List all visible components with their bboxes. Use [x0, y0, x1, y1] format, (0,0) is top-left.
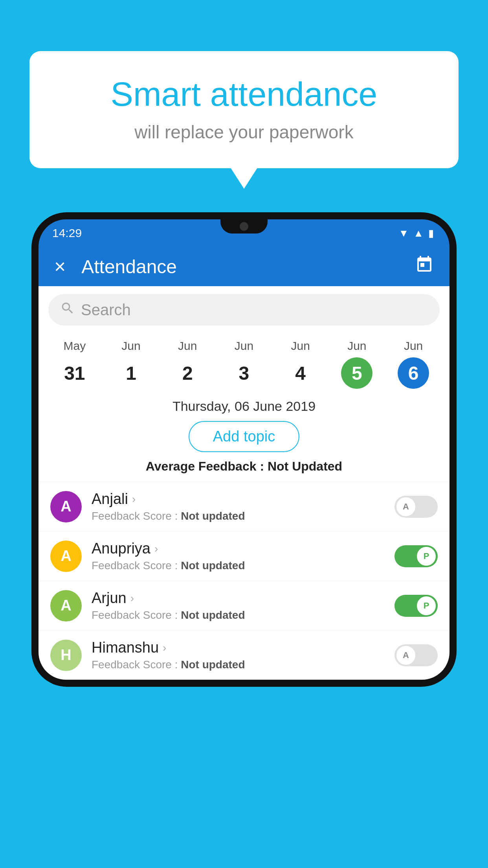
phone-screen: Search May31Jun1Jun2Jun3Jun4Jun5Jun6 Thu… — [39, 286, 449, 680]
student-name[interactable]: Anjali › — [92, 491, 385, 508]
date-month: Jun — [121, 339, 140, 353]
search-bar[interactable]: Search — [48, 294, 440, 326]
date-number: 4 — [285, 357, 316, 389]
date-item[interactable]: Jun2 — [172, 339, 203, 389]
bubble-title: Smart attendance — [57, 75, 431, 114]
date-item[interactable]: Jun4 — [285, 339, 316, 389]
student-info: Anupriya ›Feedback Score : Not updated — [92, 540, 385, 572]
date-picker: May31Jun1Jun2Jun3Jun4Jun5Jun6 — [39, 333, 449, 395]
students-list: AAnjali ›Feedback Score : Not updatedAAA… — [39, 482, 449, 680]
phone-notch — [220, 219, 268, 234]
student-name[interactable]: Arjun › — [92, 590, 385, 607]
toggle-knob: A — [396, 497, 415, 516]
student-avatar: A — [50, 541, 82, 572]
date-item[interactable]: May31 — [59, 339, 90, 389]
student-info: Himanshu ›Feedback Score : Not updated — [92, 639, 385, 671]
student-item: AAnupriya ›Feedback Score : Not updatedP — [39, 531, 449, 581]
close-button[interactable]: × — [54, 255, 66, 278]
student-avatar: A — [50, 590, 82, 622]
date-month: Jun — [235, 339, 253, 353]
date-number: 31 — [59, 357, 90, 389]
chevron-icon: › — [154, 542, 158, 555]
avg-feedback-label: Average Feedback : — [146, 459, 264, 473]
attendance-toggle[interactable]: A — [394, 496, 438, 518]
student-info: Arjun ›Feedback Score : Not updated — [92, 590, 385, 622]
date-month: May — [64, 339, 86, 353]
attendance-toggle[interactable]: A — [394, 644, 438, 666]
search-placeholder: Search — [81, 301, 131, 319]
app-header: × Attendance — [39, 247, 449, 286]
attendance-toggle[interactable]: P — [394, 595, 438, 617]
date-month: Jun — [404, 339, 423, 353]
speech-bubble: Smart attendance will replace your paper… — [29, 51, 459, 168]
date-number: 1 — [116, 357, 147, 389]
date-month: Jun — [347, 339, 366, 353]
date-item[interactable]: Jun1 — [116, 339, 147, 389]
calendar-icon[interactable] — [415, 255, 434, 278]
bubble-subtitle: will replace your paperwork — [57, 121, 431, 143]
date-number: 3 — [228, 357, 260, 389]
speech-bubble-container: Smart attendance will replace your paper… — [29, 51, 459, 168]
chevron-icon: › — [132, 493, 136, 506]
student-name[interactable]: Anupriya › — [92, 540, 385, 557]
student-avatar: A — [50, 491, 82, 522]
student-name[interactable]: Himanshu › — [92, 639, 385, 656]
search-icon — [60, 301, 75, 319]
student-feedback: Feedback Score : Not updated — [92, 658, 385, 671]
attendance-toggle[interactable]: P — [394, 545, 438, 567]
student-feedback: Feedback Score : Not updated — [92, 559, 385, 572]
app-title: Attendance — [81, 256, 399, 278]
student-info: Anjali ›Feedback Score : Not updated — [92, 491, 385, 522]
toggle-knob: A — [396, 646, 415, 665]
signal-icon: ▲ — [413, 227, 424, 239]
student-feedback: Feedback Score : Not updated — [92, 510, 385, 522]
date-number: 6 — [398, 357, 429, 389]
status-icons: ▼ ▲ ▮ — [399, 227, 434, 239]
selected-date-label: Thursday, 06 June 2019 — [39, 395, 449, 421]
chevron-icon: › — [130, 592, 134, 605]
avg-feedback: Average Feedback : Not Updated — [39, 459, 449, 482]
avg-feedback-value: Not Updated — [268, 459, 342, 473]
phone-mockup: 14:29 ▼ ▲ ▮ × Attendance — [31, 212, 457, 687]
student-item: HHimanshu ›Feedback Score : Not updatedA — [39, 630, 449, 680]
date-month: Jun — [178, 339, 197, 353]
wifi-icon: ▼ — [399, 227, 409, 239]
date-number: 5 — [341, 357, 372, 389]
toggle-knob: P — [417, 596, 436, 615]
chevron-icon: › — [163, 642, 166, 654]
date-item[interactable]: Jun6 — [398, 339, 429, 389]
toggle-knob: P — [417, 547, 436, 566]
date-item[interactable]: Jun3 — [228, 339, 260, 389]
status-time: 14:29 — [52, 226, 82, 240]
student-feedback: Feedback Score : Not updated — [92, 609, 385, 622]
date-month: Jun — [291, 339, 310, 353]
add-topic-button[interactable]: Add topic — [189, 421, 299, 452]
date-item[interactable]: Jun5 — [341, 339, 372, 389]
date-number: 2 — [172, 357, 203, 389]
battery-icon: ▮ — [428, 227, 434, 239]
notch-camera — [240, 222, 248, 231]
student-item: AAnjali ›Feedback Score : Not updatedA — [39, 482, 449, 531]
phone-wrapper: 14:29 ▼ ▲ ▮ × Attendance — [31, 212, 457, 868]
student-avatar: H — [50, 640, 82, 671]
student-item: AArjun ›Feedback Score : Not updatedP — [39, 581, 449, 630]
